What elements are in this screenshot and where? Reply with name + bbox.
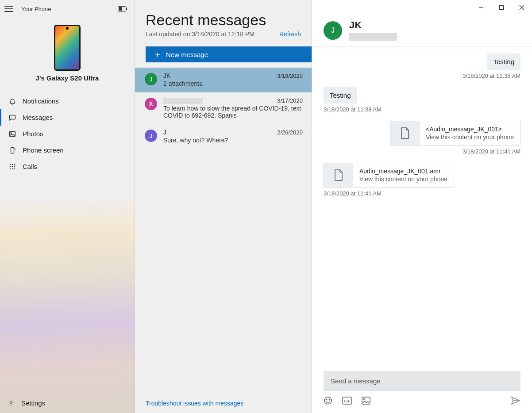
chat-icon xyxy=(8,114,16,121)
sidebar-item-notifications[interactable]: Notifications xyxy=(0,93,135,109)
svg-rect-3 xyxy=(10,115,15,119)
conversation-name: J xyxy=(163,129,166,136)
conversation-name xyxy=(163,97,203,104)
sidebar-item-calls[interactable]: Calls xyxy=(0,158,135,175)
image-icon[interactable] xyxy=(362,397,370,405)
file-icon xyxy=(390,121,420,145)
messages-column: Recent messages Last updated on 3/18/202… xyxy=(135,0,312,413)
svg-point-12 xyxy=(14,166,15,167)
conversation-date: 3/18/2020 xyxy=(277,73,303,79)
message-bubble: Testing xyxy=(487,54,520,70)
message-row: Testing3/18/2020 at 11:38 AM xyxy=(324,87,520,113)
new-message-label: New message xyxy=(166,51,208,58)
gif-icon[interactable]: GIF xyxy=(342,397,352,405)
device-image xyxy=(54,25,81,71)
attachment-subtitle: View this content on your phone xyxy=(359,176,447,183)
chat-pane: J JK Testing3/18/2020 at 11:38 AMTesting… xyxy=(312,0,532,413)
app-title: Your Phone xyxy=(21,6,51,12)
chat-body[interactable]: Testing3/18/2020 at 11:38 AMTesting3/18/… xyxy=(312,49,532,371)
conversation-item[interactable]: JJK3/18/20202 attachments. xyxy=(135,68,312,92)
dialpad-icon xyxy=(8,163,16,170)
svg-text:GIF: GIF xyxy=(344,399,350,403)
svg-point-22 xyxy=(324,397,332,404)
svg-rect-27 xyxy=(362,397,370,404)
nav-label: Notifications xyxy=(23,97,59,105)
attachment-card[interactable]: <Audio_message_JK_001>View this content … xyxy=(390,121,520,145)
svg-point-14 xyxy=(12,168,13,169)
divider xyxy=(7,175,127,175)
svg-point-28 xyxy=(364,399,365,400)
window-controls xyxy=(312,0,532,15)
device-name: J's Galaxy S20 Ultra xyxy=(0,74,135,82)
svg-point-16 xyxy=(10,402,12,404)
sidebar-item-phone-screen[interactable]: Phone screen xyxy=(0,142,135,158)
message-row: <Audio_message_JK_001>View this content … xyxy=(324,121,520,155)
conversation-avatar: J xyxy=(145,73,157,85)
titlebar-left: Your Phone xyxy=(0,0,135,18)
chat-header: J JK xyxy=(312,15,532,46)
troubleshoot-link[interactable]: Troubleshoot issues with messages xyxy=(135,394,312,413)
conversation-date: 2/26/2020 xyxy=(277,129,303,136)
conversation-avatar xyxy=(145,98,157,110)
attachment-subtitle: View this content on your phone xyxy=(426,134,514,141)
sidebar-item-photos[interactable]: Photos xyxy=(0,126,135,142)
conversation-list: JJK3/18/20202 attachments.3/17/2020To le… xyxy=(135,68,312,394)
bell-icon xyxy=(8,98,16,105)
messages-heading: Recent messages xyxy=(146,11,301,29)
message-timestamp: 3/18/2020 at 11:38 AM xyxy=(324,106,382,113)
send-button[interactable] xyxy=(511,396,520,405)
sidebar-item-settings[interactable]: Settings xyxy=(0,393,135,413)
message-input[interactable]: Send a message xyxy=(324,371,520,391)
message-bubble: Testing xyxy=(324,87,357,103)
divider xyxy=(7,90,127,90)
svg-point-10 xyxy=(10,166,11,167)
settings-label: Settings xyxy=(21,399,45,407)
message-timestamp: 3/18/2020 at 11:41 AM xyxy=(463,148,520,155)
nav-list: Notifications Messages Photos Phone scre… xyxy=(0,93,135,175)
close-button[interactable] xyxy=(512,0,532,15)
svg-rect-6 xyxy=(11,147,14,153)
plus-icon: ＋ xyxy=(154,50,162,58)
message-row: Testing3/18/2020 at 11:38 AM xyxy=(324,54,520,79)
refresh-link[interactable]: Refresh xyxy=(279,31,301,38)
svg-rect-2 xyxy=(126,8,127,10)
message-row: Audio_message_JK_001.amrView this conten… xyxy=(324,163,520,197)
photo-icon xyxy=(8,130,16,138)
conversation-avatar: J xyxy=(145,130,157,142)
conversation-preview: To learn how to slow the spread of COVID… xyxy=(163,105,303,119)
svg-point-24 xyxy=(329,399,330,400)
contact-avatar: J xyxy=(324,21,342,40)
hamburger-icon[interactable] xyxy=(4,6,13,12)
nav-label: Photos xyxy=(23,130,43,138)
gear-icon xyxy=(7,399,15,407)
sidebar: Your Phone J's Galaxy S20 Ultra Notifica… xyxy=(0,0,135,413)
message-timestamp: 3/18/2020 at 11:38 AM xyxy=(463,73,520,79)
svg-point-13 xyxy=(10,168,11,169)
messages-header: Recent messages Last updated on 3/18/202… xyxy=(135,0,312,40)
conversation-date: 3/17/2020 xyxy=(277,97,303,104)
sidebar-item-messages[interactable]: Messages xyxy=(0,109,135,126)
svg-point-5 xyxy=(11,133,12,134)
composer-area: Send a message GIF xyxy=(312,371,532,413)
conversation-item[interactable]: 3/17/2020To learn how to slow the spread… xyxy=(135,92,312,124)
conversation-item[interactable]: JJ2/26/2020Sure, why not? Where? xyxy=(135,124,312,149)
svg-rect-4 xyxy=(10,131,15,136)
maximize-button[interactable] xyxy=(491,0,512,15)
new-message-button[interactable]: ＋ New message xyxy=(146,46,312,62)
minimize-button[interactable] xyxy=(471,0,491,15)
phone-screen-icon xyxy=(8,147,16,154)
svg-rect-19 xyxy=(500,6,504,10)
emoji-icon[interactable] xyxy=(324,396,332,405)
file-icon xyxy=(324,163,353,187)
svg-point-23 xyxy=(326,399,327,400)
last-updated-text: Last updated on 3/18/2020 at 12:18 PM xyxy=(146,31,254,38)
battery-icon xyxy=(118,6,127,11)
conversation-preview: Sure, why not? Where? xyxy=(163,137,303,144)
svg-point-17 xyxy=(150,102,152,104)
conversation-preview: 2 attachments. xyxy=(163,80,303,87)
nav-label: Messages xyxy=(23,114,53,121)
attachment-title: Audio_message_JK_001.amr xyxy=(359,168,447,175)
svg-point-15 xyxy=(14,168,15,169)
attachment-card[interactable]: Audio_message_JK_001.amrView this conten… xyxy=(324,163,454,187)
svg-point-9 xyxy=(14,164,15,164)
